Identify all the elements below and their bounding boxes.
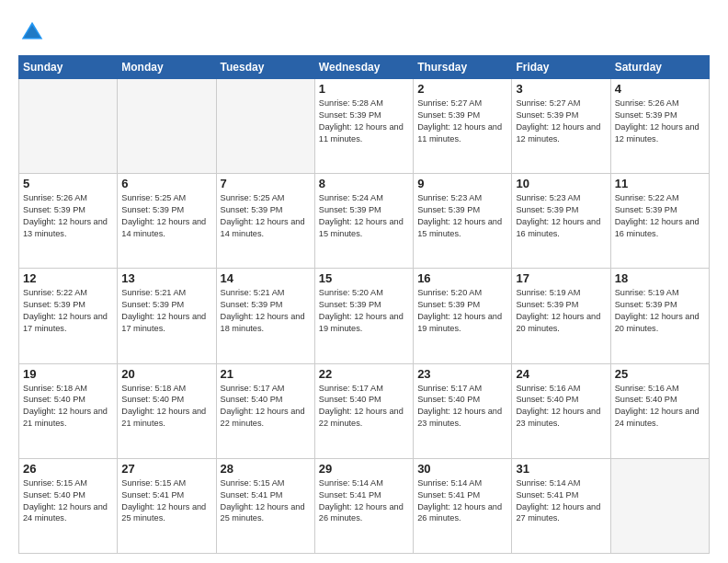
calendar-cell: 30Sunrise: 5:14 AM Sunset: 5:41 PM Dayli… [414, 458, 512, 553]
calendar-cell [610, 458, 709, 553]
calendar-cell: 11Sunrise: 5:22 AM Sunset: 5:39 PM Dayli… [610, 174, 709, 269]
day-info: Sunrise: 5:26 AM Sunset: 5:39 PM Dayligh… [23, 192, 113, 240]
calendar: SundayMondayTuesdayWednesdayThursdayFrid… [18, 55, 710, 554]
header [18, 18, 710, 46]
page: SundayMondayTuesdayWednesdayThursdayFrid… [0, 0, 728, 563]
day-info: Sunrise: 5:25 AM Sunset: 5:39 PM Dayligh… [221, 192, 311, 240]
day-info: Sunrise: 5:14 AM Sunset: 5:41 PM Dayligh… [516, 477, 606, 525]
day-info: Sunrise: 5:25 AM Sunset: 5:39 PM Dayligh… [121, 192, 211, 240]
day-number: 6 [121, 177, 211, 190]
calendar-week-4: 26Sunrise: 5:15 AM Sunset: 5:40 PM Dayli… [19, 458, 710, 553]
day-info: Sunrise: 5:15 AM Sunset: 5:40 PM Dayligh… [23, 477, 113, 525]
day-number: 28 [221, 462, 311, 476]
calendar-cell: 23Sunrise: 5:17 AM Sunset: 5:40 PM Dayli… [414, 363, 512, 458]
calendar-cell: 17Sunrise: 5:19 AM Sunset: 5:39 PM Dayli… [512, 269, 610, 363]
day-number: 2 [417, 82, 507, 96]
day-number: 15 [319, 271, 409, 285]
calendar-header-sunday: Sunday [19, 56, 118, 79]
calendar-cell [216, 79, 314, 174]
calendar-cell: 31Sunrise: 5:14 AM Sunset: 5:41 PM Dayli… [512, 458, 610, 553]
logo-icon [18, 18, 46, 46]
day-info: Sunrise: 5:28 AM Sunset: 5:39 PM Dayligh… [319, 98, 409, 145]
day-number: 31 [516, 462, 606, 476]
day-info: Sunrise: 5:27 AM Sunset: 5:39 PM Dayligh… [417, 98, 507, 145]
day-info: Sunrise: 5:19 AM Sunset: 5:39 PM Dayligh… [516, 287, 606, 335]
day-info: Sunrise: 5:14 AM Sunset: 5:41 PM Dayligh… [417, 477, 507, 525]
day-info: Sunrise: 5:23 AM Sunset: 5:39 PM Dayligh… [516, 192, 606, 240]
day-number: 13 [121, 271, 211, 285]
calendar-cell: 27Sunrise: 5:15 AM Sunset: 5:41 PM Dayli… [118, 458, 216, 553]
calendar-cell: 22Sunrise: 5:17 AM Sunset: 5:40 PM Dayli… [314, 363, 413, 458]
calendar-cell: 12Sunrise: 5:22 AM Sunset: 5:39 PM Dayli… [19, 269, 118, 363]
logo [18, 18, 50, 46]
calendar-cell: 28Sunrise: 5:15 AM Sunset: 5:41 PM Dayli… [216, 458, 314, 553]
day-info: Sunrise: 5:15 AM Sunset: 5:41 PM Dayligh… [221, 477, 311, 525]
day-info: Sunrise: 5:17 AM Sunset: 5:40 PM Dayligh… [417, 383, 507, 431]
day-number: 17 [516, 271, 606, 285]
day-number: 20 [121, 367, 211, 381]
day-info: Sunrise: 5:23 AM Sunset: 5:39 PM Dayligh… [417, 192, 507, 240]
calendar-week-3: 19Sunrise: 5:18 AM Sunset: 5:40 PM Dayli… [19, 363, 710, 458]
calendar-header-tuesday: Tuesday [216, 56, 314, 79]
calendar-cell: 19Sunrise: 5:18 AM Sunset: 5:40 PM Dayli… [19, 363, 118, 458]
day-number: 8 [319, 177, 409, 190]
day-info: Sunrise: 5:21 AM Sunset: 5:39 PM Dayligh… [221, 287, 311, 335]
calendar-cell: 6Sunrise: 5:25 AM Sunset: 5:39 PM Daylig… [118, 174, 216, 269]
calendar-cell: 26Sunrise: 5:15 AM Sunset: 5:40 PM Dayli… [19, 458, 118, 553]
day-info: Sunrise: 5:21 AM Sunset: 5:39 PM Dayligh… [121, 287, 211, 335]
calendar-cell: 24Sunrise: 5:16 AM Sunset: 5:40 PM Dayli… [512, 363, 610, 458]
day-number: 25 [615, 367, 705, 381]
calendar-cell [118, 79, 216, 174]
calendar-header-saturday: Saturday [610, 56, 709, 79]
day-info: Sunrise: 5:17 AM Sunset: 5:40 PM Dayligh… [319, 383, 409, 431]
day-number: 1 [319, 82, 409, 96]
calendar-header-monday: Monday [118, 56, 216, 79]
calendar-cell [19, 79, 118, 174]
day-number: 11 [615, 177, 705, 190]
day-number: 3 [516, 82, 606, 96]
day-info: Sunrise: 5:15 AM Sunset: 5:41 PM Dayligh… [121, 477, 211, 525]
calendar-cell: 4Sunrise: 5:26 AM Sunset: 5:39 PM Daylig… [610, 79, 709, 174]
day-info: Sunrise: 5:17 AM Sunset: 5:40 PM Dayligh… [221, 383, 311, 431]
day-info: Sunrise: 5:26 AM Sunset: 5:39 PM Dayligh… [615, 98, 705, 145]
calendar-header-friday: Friday [512, 56, 610, 79]
calendar-cell: 29Sunrise: 5:14 AM Sunset: 5:41 PM Dayli… [314, 458, 413, 553]
day-number: 29 [319, 462, 409, 476]
calendar-cell: 18Sunrise: 5:19 AM Sunset: 5:39 PM Dayli… [610, 269, 709, 363]
calendar-week-1: 5Sunrise: 5:26 AM Sunset: 5:39 PM Daylig… [19, 174, 710, 269]
day-info: Sunrise: 5:22 AM Sunset: 5:39 PM Dayligh… [615, 192, 705, 240]
calendar-cell: 21Sunrise: 5:17 AM Sunset: 5:40 PM Dayli… [216, 363, 314, 458]
calendar-cell: 25Sunrise: 5:16 AM Sunset: 5:40 PM Dayli… [610, 363, 709, 458]
calendar-cell: 5Sunrise: 5:26 AM Sunset: 5:39 PM Daylig… [19, 174, 118, 269]
day-number: 24 [516, 367, 606, 381]
day-info: Sunrise: 5:18 AM Sunset: 5:40 PM Dayligh… [121, 383, 211, 431]
day-number: 27 [121, 462, 211, 476]
day-number: 7 [221, 177, 311, 190]
day-number: 23 [417, 367, 507, 381]
day-number: 10 [516, 177, 606, 190]
calendar-cell: 1Sunrise: 5:28 AM Sunset: 5:39 PM Daylig… [314, 79, 413, 174]
calendar-cell: 8Sunrise: 5:24 AM Sunset: 5:39 PM Daylig… [314, 174, 413, 269]
calendar-header-row: SundayMondayTuesdayWednesdayThursdayFrid… [19, 56, 710, 79]
day-number: 30 [417, 462, 507, 476]
day-number: 19 [23, 367, 113, 381]
calendar-cell: 2Sunrise: 5:27 AM Sunset: 5:39 PM Daylig… [414, 79, 512, 174]
calendar-cell: 3Sunrise: 5:27 AM Sunset: 5:39 PM Daylig… [512, 79, 610, 174]
calendar-cell: 15Sunrise: 5:20 AM Sunset: 5:39 PM Dayli… [314, 269, 413, 363]
calendar-week-2: 12Sunrise: 5:22 AM Sunset: 5:39 PM Dayli… [19, 269, 710, 363]
day-info: Sunrise: 5:27 AM Sunset: 5:39 PM Dayligh… [516, 98, 606, 145]
calendar-cell: 16Sunrise: 5:20 AM Sunset: 5:39 PM Dayli… [414, 269, 512, 363]
calendar-cell: 9Sunrise: 5:23 AM Sunset: 5:39 PM Daylig… [414, 174, 512, 269]
calendar-week-0: 1Sunrise: 5:28 AM Sunset: 5:39 PM Daylig… [19, 79, 710, 174]
day-info: Sunrise: 5:14 AM Sunset: 5:41 PM Dayligh… [319, 477, 409, 525]
day-number: 4 [615, 82, 705, 96]
calendar-cell: 7Sunrise: 5:25 AM Sunset: 5:39 PM Daylig… [216, 174, 314, 269]
day-number: 21 [221, 367, 311, 381]
calendar-cell: 10Sunrise: 5:23 AM Sunset: 5:39 PM Dayli… [512, 174, 610, 269]
day-number: 12 [23, 271, 113, 285]
day-number: 9 [417, 177, 507, 190]
calendar-header-thursday: Thursday [414, 56, 512, 79]
day-info: Sunrise: 5:18 AM Sunset: 5:40 PM Dayligh… [23, 383, 113, 431]
day-number: 22 [319, 367, 409, 381]
day-number: 16 [417, 271, 507, 285]
